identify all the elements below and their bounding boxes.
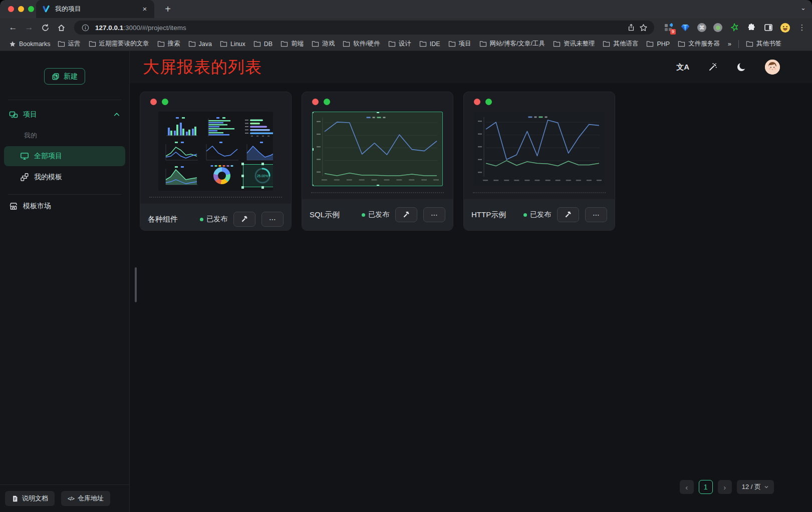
docs-button[interactable]: 说明文档 <box>5 491 55 506</box>
site-info-icon[interactable] <box>79 22 91 34</box>
main-area: 大屏报表的列表 文A <box>130 51 812 512</box>
edit-project-button[interactable] <box>233 212 255 227</box>
chevron-up-icon[interactable] <box>113 111 120 118</box>
magic-wand-icon[interactable] <box>708 62 718 72</box>
extension-recorder-icon[interactable] <box>713 23 722 32</box>
bookmark-folder[interactable]: 项目 <box>444 39 475 50</box>
chart-legend <box>528 117 547 118</box>
docs-label: 说明文档 <box>22 494 48 503</box>
more-actions-button[interactable]: ⋯ <box>585 207 607 222</box>
language-icon[interactable]: 文A <box>676 63 689 72</box>
extensions-row: 9 ⌘ <box>659 23 794 33</box>
project-thumbnail[interactable]: 25.00% <box>158 112 273 191</box>
bookmark-folder[interactable]: Linux <box>216 39 249 50</box>
bookmark-label: 其他书签 <box>756 40 781 48</box>
sidepanel-icon[interactable] <box>763 23 773 33</box>
bookmark-folder[interactable]: IDE <box>415 39 444 50</box>
page-size-select[interactable]: 12 / 页 <box>737 480 774 494</box>
share-icon[interactable] <box>625 22 637 34</box>
blue-series <box>486 120 599 160</box>
prev-page-button[interactable]: ‹ <box>680 480 694 494</box>
bookmark-folder[interactable]: Java <box>184 39 216 50</box>
project-card[interactable]: HTTP示例 已发布 ⋯ <box>463 92 615 231</box>
bookmark-label: 游戏 <box>322 40 335 48</box>
bookmark-folder[interactable]: 资讯未整理 <box>549 39 599 50</box>
new-tab-button[interactable]: + <box>161 4 174 15</box>
more-actions-button[interactable]: ⋯ <box>423 207 445 222</box>
extension-star-icon[interactable] <box>729 23 739 33</box>
sidebar-item-template-market[interactable]: 模板市场 <box>0 195 129 218</box>
emoji-extension-icon[interactable] <box>780 23 790 33</box>
bookmarks-overflow-icon[interactable]: » <box>724 40 735 48</box>
forward-button[interactable]: → <box>22 21 36 35</box>
back-button[interactable]: ← <box>6 21 20 35</box>
extensions-puzzle-icon[interactable] <box>746 23 756 33</box>
browser-tab[interactable]: 我的项目 × <box>36 0 154 18</box>
reload-button[interactable] <box>38 21 52 35</box>
repo-button[interactable]: </> 仓库地址 <box>61 491 110 506</box>
status-dot <box>362 213 365 217</box>
home-button[interactable] <box>54 21 68 35</box>
other-bookmarks-folder[interactable]: 其他书签 <box>742 39 785 50</box>
close-window-button[interactable] <box>8 6 14 12</box>
project-card[interactable]: 25.00% 各种组件 已发布 ⋯ <box>140 92 292 231</box>
project-thumbnail[interactable] <box>312 112 443 186</box>
dotted-divider <box>311 192 444 193</box>
pagination: ‹ 1 › 12 / 页 <box>680 480 774 494</box>
sidebar-item-my-templates[interactable]: 我的模板 <box>4 167 125 187</box>
repo-label: 仓库地址 <box>78 494 104 503</box>
user-avatar[interactable] <box>765 60 780 75</box>
sidebar-item-all-projects[interactable]: 全部项目 <box>4 146 125 166</box>
bookmark-folder[interactable]: 软件/硬件 <box>339 39 384 50</box>
browser-window: 我的项目 × + ⌄ ← → 127.0.0.1:3000/#/project/… <box>0 0 812 512</box>
zoom-window-button[interactable] <box>28 6 34 12</box>
sidebar-item-label: 全部项目 <box>34 152 62 161</box>
tab-search-icon[interactable]: ⌄ <box>800 4 806 12</box>
red-dot <box>474 99 480 105</box>
bookmark-label: 文件服务器 <box>688 40 720 48</box>
extension-command-icon[interactable]: ⌘ <box>697 23 706 32</box>
card-window-dots <box>471 99 608 105</box>
current-page-button[interactable]: 1 <box>699 480 713 494</box>
bookmark-star-icon[interactable] <box>637 22 649 34</box>
sidebar-item-label: 我的模板 <box>34 173 62 182</box>
sidebar-section-projects[interactable]: 项目 <box>0 103 129 126</box>
bookmark-folder[interactable]: 网站/博客/文章/工具 <box>475 39 549 50</box>
bookmark-folder[interactable]: PHP <box>642 39 674 50</box>
bookmark-folder[interactable]: 设计 <box>384 39 415 50</box>
project-thumbnail[interactable] <box>474 112 605 186</box>
bookmark-folder[interactable]: DB <box>249 39 277 50</box>
extension-gem-icon[interactable] <box>680 23 690 33</box>
bookmark-folder[interactable]: 文件服务器 <box>674 39 724 50</box>
mini-area-chart <box>243 140 273 163</box>
bookmark-folder[interactable]: 近期需要读的文章 <box>85 39 153 50</box>
new-project-button[interactable]: 新建 <box>44 68 85 85</box>
project-card[interactable]: SQL示例 已发布 ⋯ <box>302 92 453 231</box>
bookmark-folder[interactable]: 运营 <box>54 39 85 50</box>
edit-project-button[interactable] <box>395 207 417 222</box>
blue-series <box>325 122 437 155</box>
mini-donut-chart <box>202 164 241 187</box>
mini-bar-chart <box>162 115 201 138</box>
browser-menu-icon[interactable]: ⋮ <box>797 23 807 32</box>
dark-mode-moon-icon[interactable] <box>736 62 746 72</box>
extension-grid-icon[interactable]: 9 <box>663 23 673 33</box>
more-actions-button[interactable]: ⋯ <box>261 212 284 227</box>
tab-close-icon[interactable]: × <box>140 5 149 14</box>
bookmark-label: 网站/博客/文章/工具 <box>490 40 545 48</box>
bookmark-folder[interactable]: 游戏 <box>308 39 339 50</box>
bookmark-folder[interactable]: 前端 <box>277 39 308 50</box>
monitor-icon <box>20 152 29 161</box>
card-preview-area <box>464 92 615 199</box>
next-page-button[interactable]: › <box>718 480 732 494</box>
edit-project-button[interactable] <box>557 207 579 222</box>
scrollbar-thumb[interactable] <box>135 267 137 302</box>
address-bar[interactable]: 127.0.0.1:3000/#/project/items <box>74 21 654 35</box>
bookmark-item[interactable]: Bookmarks <box>5 39 54 50</box>
more-icon: ⋯ <box>593 211 600 219</box>
bookmark-folder[interactable]: 搜索 <box>153 39 184 50</box>
url-text: 127.0.0.1:3000/#/project/items <box>95 24 625 32</box>
minimize-window-button[interactable] <box>18 6 24 12</box>
more-icon: ⋯ <box>431 211 438 219</box>
bookmark-folder[interactable]: 其他语言 <box>599 39 642 50</box>
